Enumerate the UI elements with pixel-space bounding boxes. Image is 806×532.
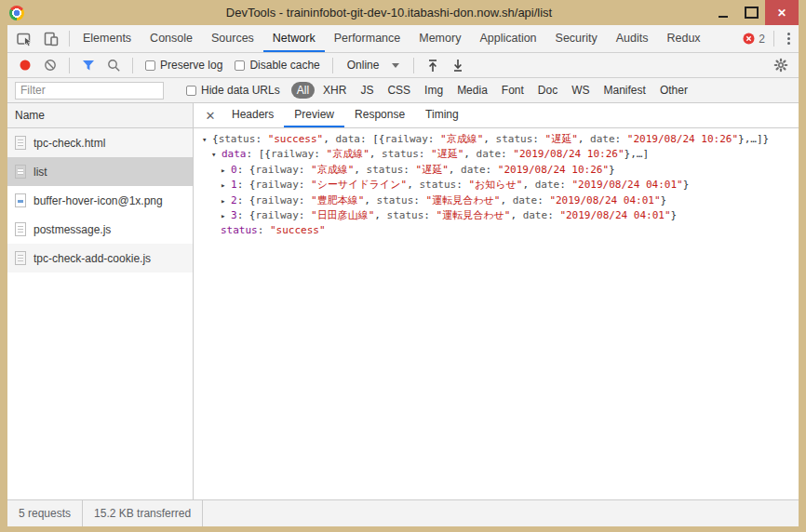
tab-elements[interactable]: Elements (74, 25, 141, 52)
filter-funnel-icon[interactable] (78, 55, 99, 75)
preview-line[interactable]: ▸2: {railway: "豊肥本線", status: "運転見合わせ", … (194, 193, 799, 208)
resource-type-img[interactable]: Img (419, 82, 449, 99)
devtools-window: ElementsConsoleSourcesNetworkPerformance… (7, 25, 799, 526)
status-item: 5 requests (7, 500, 83, 526)
import-har-icon[interactable] (423, 55, 443, 75)
json-token-pk: railway (271, 148, 314, 160)
tab-console[interactable]: Console (141, 25, 202, 52)
error-badge[interactable]: 2 (738, 33, 770, 46)
window-controls (709, 0, 806, 25)
preview-line[interactable]: ▸0: {railway: "京成線", status: "遅延", date:… (194, 163, 799, 178)
json-token-p: : (255, 133, 267, 145)
detail-tab-preview[interactable]: Preview (284, 103, 344, 127)
resource-type-doc[interactable]: Doc (532, 82, 563, 99)
more-menu-icon[interactable] (778, 33, 799, 45)
document-icon (15, 136, 26, 150)
resource-type-js[interactable]: JS (355, 82, 379, 99)
resource-type-ws[interactable]: WS (566, 82, 595, 99)
tab-memory[interactable]: Memory (410, 25, 470, 52)
resource-type-font[interactable]: Font (496, 82, 530, 99)
json-token-p: , (510, 209, 522, 221)
resource-type-all[interactable]: All (291, 82, 315, 99)
detail-tab-headers[interactable]: Headers (222, 103, 284, 127)
tab-audits[interactable]: Audits (607, 25, 658, 52)
json-token-p: },…]} (738, 133, 769, 145)
checkbox-box[interactable] (145, 60, 155, 71)
resource-type-media[interactable]: Media (451, 82, 493, 99)
network-toolbar: Preserve log Disable cache Online (7, 53, 799, 78)
json-token-s: "遅延" (416, 164, 449, 176)
image-icon (15, 193, 26, 207)
tab-network[interactable]: Network (263, 25, 325, 52)
tab-performance[interactable]: Performance (325, 25, 410, 52)
preview-line[interactable]: ▾data: [{railway: "京成線", status: "遅延", d… (194, 147, 799, 162)
export-har-icon[interactable] (448, 55, 468, 75)
json-token-pk: railway (256, 179, 299, 191)
device-toolbar-icon[interactable] (39, 28, 63, 50)
minimize-button[interactable] (709, 0, 737, 25)
request-name: postmessage.js (34, 223, 111, 236)
json-token-p: , (354, 164, 366, 176)
json-token-p: : (413, 194, 425, 206)
request-row[interactable]: postmessage.js (7, 215, 193, 244)
detail-tab-timing[interactable]: Timing (415, 103, 469, 127)
json-token-p: : (299, 179, 311, 191)
detail-tab-response[interactable]: Response (344, 103, 415, 127)
name-column-header[interactable]: Name (7, 103, 193, 128)
disable-cache-label: Disable cache (249, 59, 319, 72)
json-token-p: : (314, 148, 326, 160)
tab-redux[interactable]: Redux (657, 25, 709, 52)
title-bar: DevTools - traininfobot-git-dev-10.itaba… (0, 0, 806, 25)
settings-gear-icon[interactable] (771, 55, 791, 75)
throttling-value: Online (347, 59, 380, 72)
preview-line[interactable]: status: "success" (194, 223, 799, 238)
resource-type-xhr[interactable]: XHR (317, 82, 352, 99)
json-token-s: "遅延" (545, 133, 578, 145)
status-bar: 5 requests15.2 KB transferred (7, 499, 799, 526)
request-row[interactable]: list (7, 157, 193, 186)
json-token-p: , (374, 209, 386, 221)
expand-arrow-icon[interactable]: ▾ (211, 147, 222, 162)
maximize-button[interactable] (737, 0, 765, 25)
json-token-s: "豊肥本線" (311, 194, 364, 206)
expand-arrow-icon[interactable]: ▾ (202, 132, 212, 147)
checkbox-box[interactable] (186, 86, 196, 96)
preserve-log-checkbox[interactable]: Preserve log (141, 59, 226, 72)
preview-line[interactable]: ▾{status: "success", data: [{railway: "京… (194, 132, 799, 147)
json-token-p: , (483, 133, 495, 145)
record-icon[interactable] (15, 55, 35, 75)
hide-data-urls-checkbox[interactable]: Hide data URLs (182, 84, 284, 97)
request-row[interactable]: tpc-check.html (7, 128, 193, 157)
resource-type-other[interactable]: Other (654, 82, 693, 99)
expand-arrow-icon[interactable]: ▸ (221, 208, 231, 223)
expand-arrow-icon[interactable]: ▸ (221, 178, 231, 193)
resource-type-css[interactable]: CSS (382, 82, 416, 99)
json-token-p: : { (237, 179, 256, 191)
divider (69, 31, 70, 47)
json-token-p: : [{ (360, 133, 385, 145)
tab-sources[interactable]: Sources (202, 25, 263, 52)
throttling-select[interactable]: Online (342, 59, 406, 72)
request-row[interactable]: buffer-hover-icon@1x.png (7, 186, 193, 215)
checkbox-box[interactable] (235, 60, 245, 71)
tab-security[interactable]: Security (546, 25, 607, 52)
disable-cache-checkbox[interactable]: Disable cache (231, 59, 323, 72)
close-button[interactable] (765, 0, 799, 25)
filter-input[interactable] (15, 82, 164, 100)
json-token-p: } (609, 164, 615, 176)
json-token-pk: data (335, 133, 360, 145)
preview-line[interactable]: ▸1: {railway: "シーサイドライン", status: "お知らせ"… (194, 178, 799, 193)
expand-arrow-icon[interactable]: ▸ (221, 193, 231, 208)
json-token-pk: status (419, 179, 456, 191)
request-row[interactable]: tpc-check-add-cookie.js (7, 244, 193, 273)
inspect-element-icon[interactable] (13, 28, 37, 50)
tab-application[interactable]: Application (470, 25, 545, 52)
search-icon[interactable] (103, 55, 124, 75)
json-token-k: 3 (231, 209, 237, 221)
clear-icon[interactable] (40, 55, 60, 75)
resource-type-manifest[interactable]: Manifest (598, 82, 652, 99)
json-token-p: : { (237, 194, 256, 206)
preview-line[interactable]: ▸3: {railway: "日田彦山線", status: "運転見合わせ",… (194, 208, 799, 223)
expand-arrow-icon[interactable]: ▸ (221, 163, 231, 178)
close-detail-icon[interactable]: ✕ (199, 109, 222, 123)
